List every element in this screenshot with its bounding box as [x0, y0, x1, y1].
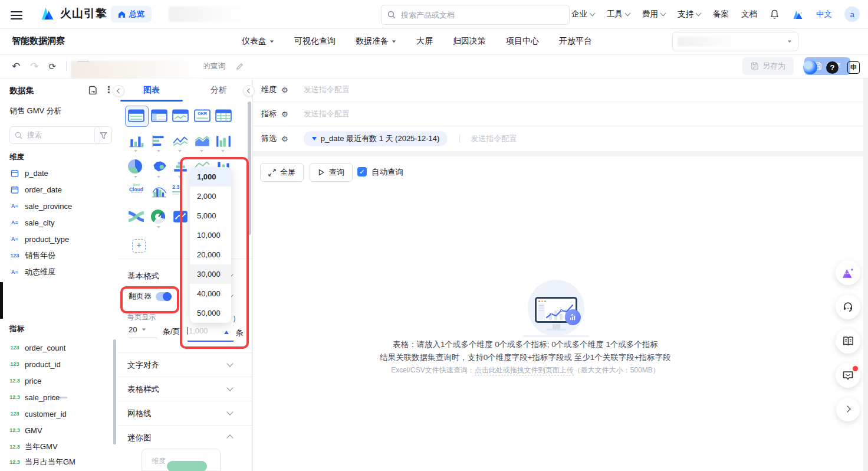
dropdown-option[interactable]: 20,000: [190, 245, 231, 264]
menu-tools[interactable]: 工具: [607, 9, 630, 19]
chart-type-indicator-card-icon[interactable]: 2.3: [172, 184, 189, 198]
field-p_date[interactable]: p_date: [9, 166, 110, 180]
table-style-section[interactable]: 表格样式: [127, 384, 159, 395]
field-product_type[interactable]: A≡ product_type: [9, 232, 110, 246]
dataset-scrollbar[interactable]: [113, 339, 116, 444]
menu-docs[interactable]: 文档: [741, 9, 757, 19]
user-avatar[interactable]: a: [844, 6, 860, 22]
filter-pill-p_date[interactable]: p_date 最近有数 1 天 (2025-12-14): [304, 131, 448, 146]
chart-type-word-cloud-icon[interactable]: Word Cloud Word Cloud: [128, 184, 144, 198]
hamburger-menu-icon[interactable]: [11, 9, 22, 18]
dropdown-option[interactable]: 40,000: [190, 284, 231, 303]
field-order_count[interactable]: 123order_count: [9, 341, 110, 355]
field-filter-button[interactable]: [94, 126, 112, 144]
mini-chart-section[interactable]: 迷你图: [127, 433, 152, 443]
chevron-down-icon[interactable]: [226, 360, 233, 367]
chart-panel-scrollbar[interactable]: [248, 102, 251, 235]
undo-icon[interactable]: ↶: [12, 61, 20, 71]
chevron-down-icon[interactable]: [226, 408, 233, 415]
pager-toggle[interactable]: [156, 292, 172, 301]
nav-project-center[interactable]: 项目中心: [506, 36, 539, 47]
add-chart-type-button[interactable]: +: [132, 239, 146, 253]
ai-assistant-button[interactable]: [836, 260, 860, 285]
help-icon[interactable]: ?: [826, 61, 839, 74]
mini-dimension-placeholder[interactable]: 维度: [152, 456, 166, 466]
upload-file-link[interactable]: 点击此处或拖拽文件到页面上传: [475, 366, 574, 375]
menu-support[interactable]: 支持: [678, 9, 701, 19]
switch-dataset-icon[interactable]: [88, 86, 97, 95]
nav-attribution[interactable]: 归因决策: [453, 36, 486, 47]
support-button[interactable]: [836, 295, 860, 319]
dimension-settings-gear-icon[interactable]: ⚙: [281, 86, 288, 94]
dataset-name[interactable]: 销售 GMV 分析: [9, 106, 62, 116]
chart-type-combo-card-icon[interactable]: [172, 210, 189, 224]
chart-type-pyramid-icon[interactable]: [172, 159, 189, 174]
chart-type-sankey-icon[interactable]: [128, 210, 144, 224]
assistant-icon[interactable]: [803, 60, 817, 74]
chart-type-detail-table-icon[interactable]: [215, 109, 232, 123]
chart-type-waterfall-icon[interactable]: [215, 134, 232, 148]
field-month-of-year-GMV[interactable]: 12.3当月占当年GM: [9, 456, 110, 468]
language-switch[interactable]: 中文: [816, 9, 832, 19]
chart-type-map-icon[interactable]: [151, 159, 167, 174]
field-search[interactable]: [9, 126, 100, 144]
run-query-button[interactable]: 查询: [310, 163, 353, 182]
chart-type-bar-icon[interactable]: [128, 134, 144, 148]
field-sale-year[interactable]: 123 销售年份: [9, 248, 110, 263]
page-size-select[interactable]: 20: [129, 325, 157, 338]
menu-enterprise[interactable]: 企业: [571, 9, 594, 19]
feedback-button[interactable]: [836, 363, 860, 388]
dropdown-option[interactable]: 50,000: [190, 303, 231, 323]
chevron-up-icon[interactable]: [226, 434, 233, 441]
field-sale_price[interactable]: 12.3sale_price: [9, 390, 110, 404]
brand-logo[interactable]: 火山引擎: [40, 6, 107, 21]
measure-shelf[interactable]: 指标 ⚙ 发送指令配置: [253, 102, 868, 126]
dropdown-option[interactable]: 1,000: [190, 167, 231, 187]
chart-type-horizontal-bar-icon[interactable]: [151, 134, 167, 148]
nav-visual-query[interactable]: 可视化查询: [294, 36, 336, 47]
field-search-input[interactable]: [26, 130, 75, 140]
workspace-select[interactable]: [672, 32, 798, 51]
field-sale_province[interactable]: A≡ sale_province: [9, 199, 110, 213]
chart-type-pie-icon[interactable]: [128, 159, 144, 174]
notification-bell-icon[interactable]: [770, 9, 780, 19]
field-current-year-GMV[interactable]: 12.3当年GMV: [9, 440, 110, 454]
nav-dashboard[interactable]: 仪表盘: [242, 36, 274, 47]
chevron-down-icon[interactable]: [226, 384, 233, 391]
tab-chart[interactable]: 图表: [118, 78, 185, 102]
total-rows-input[interactable]: 1,000: [188, 325, 234, 342]
menu-icp[interactable]: 备案: [713, 9, 729, 19]
collapse-dataset-panel-button[interactable]: [113, 85, 124, 97]
menu-billing[interactable]: 费用: [642, 9, 665, 19]
dropdown-option[interactable]: 2,000: [190, 187, 231, 206]
chart-type-trend-table-icon[interactable]: [172, 109, 189, 123]
chart-type-area-icon[interactable]: [194, 134, 211, 148]
nav-open-platform[interactable]: 开放平台: [559, 36, 592, 47]
save-as-button[interactable]: 另存为: [742, 57, 794, 75]
chart-type-gauge-icon[interactable]: [151, 210, 167, 224]
dimension-shelf[interactable]: 维度 ⚙ 发送指令配置: [253, 78, 868, 102]
nav-data-prep[interactable]: 数据准备: [356, 36, 396, 47]
dropdown-option[interactable]: 30,000: [190, 264, 231, 284]
refresh-icon[interactable]: ⟳: [49, 62, 57, 71]
global-search-input[interactable]: [400, 10, 563, 20]
filter-settings-gear-icon[interactable]: ⚙: [281, 135, 288, 143]
field-product_id[interactable]: 123product_id: [9, 357, 110, 371]
tab-analysis[interactable]: 分析: [185, 78, 252, 102]
edit-pencil-icon[interactable]: [236, 63, 244, 70]
field-order_date[interactable]: order_date: [9, 182, 110, 197]
field-price[interactable]: 12.3price: [9, 374, 110, 388]
chart-type-histogram-icon[interactable]: [151, 184, 167, 198]
redo-icon[interactable]: ↷: [30, 61, 38, 71]
dropdown-option[interactable]: 10,000: [190, 225, 231, 245]
chart-type-okr-table-icon[interactable]: OKR: [194, 109, 211, 123]
measure-settings-gear-icon[interactable]: ⚙: [281, 110, 288, 119]
field-dynamic-dimension[interactable]: A≡ 动态维度: [9, 265, 110, 279]
collapse-float-menu-button[interactable]: [836, 398, 860, 421]
ticket-icon[interactable]: 申: [847, 61, 860, 74]
docs-button[interactable]: [836, 329, 860, 354]
text-align-section[interactable]: 文字对齐: [127, 360, 159, 371]
chart-type-line-icon[interactable]: [172, 134, 189, 148]
field-sale_city[interactable]: A≡ sale_city: [9, 215, 110, 230]
fullscreen-button[interactable]: 全屏: [260, 163, 304, 182]
